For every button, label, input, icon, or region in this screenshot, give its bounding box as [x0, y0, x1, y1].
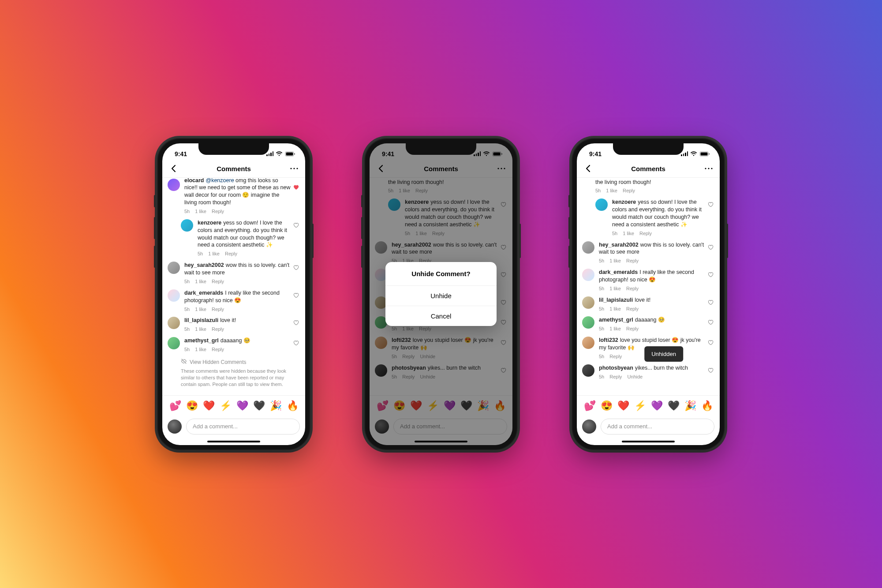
like-icon[interactable]	[293, 340, 299, 346]
avatar[interactable]	[181, 219, 193, 232]
comment-text: the living room though!	[595, 179, 651, 185]
comment-time: 5h	[184, 208, 190, 215]
reply-button[interactable]: Reply	[212, 326, 224, 333]
back-icon[interactable]	[168, 164, 178, 173]
likes-count[interactable]: 1 like	[208, 251, 220, 257]
comment-username[interactable]: hey_sarah2002	[184, 262, 224, 268]
emoji-button[interactable]: 🎉	[270, 400, 282, 412]
mention[interactable]: @kenzoere	[206, 178, 234, 184]
reply-button[interactable]: Reply	[609, 353, 622, 360]
reply-button[interactable]: Reply	[212, 208, 224, 215]
unhide-dialog: Unhide Comment? Unhide Cancel	[385, 262, 497, 326]
dialog-cancel-button[interactable]: Cancel	[385, 306, 497, 326]
comment-item: dark_emeraldsI really like the second ph…	[577, 265, 720, 293]
likes-count[interactable]: 1 like	[195, 306, 206, 313]
like-icon[interactable]	[707, 271, 714, 277]
more-icon[interactable]	[704, 164, 714, 173]
modal-overlay[interactable]: Unhide Comment? Unhide Cancel	[370, 143, 512, 445]
like-icon[interactable]	[293, 184, 299, 190]
svg-point-17	[711, 168, 712, 169]
emoji-button[interactable]: 😍	[601, 400, 613, 412]
like-icon[interactable]	[707, 299, 714, 305]
like-icon[interactable]	[293, 319, 299, 326]
unhide-button[interactable]: Unhide	[627, 374, 643, 380]
comment-username[interactable]: dark_emeralds	[184, 290, 223, 296]
like-icon[interactable]	[707, 244, 714, 250]
self-avatar[interactable]	[168, 419, 182, 434]
comment-time: 5h	[184, 306, 190, 313]
comment-item: dark_emeraldsI really like the second ph…	[162, 286, 305, 314]
home-indicator[interactable]	[207, 441, 260, 442]
comment-item: amethyst_grldaaaang 🥺 5h1 likeReply	[162, 333, 305, 354]
like-icon[interactable]	[293, 222, 299, 228]
emoji-button[interactable]: 🔥	[287, 400, 299, 412]
avatar[interactable]	[582, 364, 594, 377]
reply-button[interactable]: Reply	[212, 278, 224, 285]
comment-text: daaaang 🥺	[220, 337, 250, 344]
back-icon[interactable]	[583, 164, 593, 173]
avatar[interactable]	[595, 198, 608, 211]
comment-username[interactable]: elocard	[184, 178, 204, 184]
reply-button[interactable]: Reply	[609, 374, 622, 380]
phone-mockup-1: 9:41 Comments elocard@kenzoere omg this …	[157, 138, 311, 451]
likes-count[interactable]: 1 like	[195, 208, 206, 215]
emoji-button[interactable]: ⚡	[634, 400, 646, 412]
comment-item: lil_lapislazulilove it! 5h1 likeReply	[577, 293, 720, 313]
like-icon[interactable]	[707, 319, 714, 325]
like-icon[interactable]	[293, 264, 299, 270]
comment-item: hey_sarah2002wow this is so lovely. can'…	[162, 258, 305, 286]
page-title: Comments	[631, 165, 665, 172]
likes-count[interactable]: 1 like	[195, 326, 206, 333]
home-indicator[interactable]	[622, 441, 675, 442]
emoji-button[interactable]: 🎉	[684, 400, 696, 412]
comment-username[interactable]: kenzoere	[198, 220, 221, 226]
comment-item: hey_sarah2002wow this is so lovely. can'…	[577, 238, 720, 266]
reply-button[interactable]: Reply	[212, 306, 224, 313]
avatar[interactable]	[168, 289, 180, 302]
comment-input[interactable]: Add a comment...	[186, 419, 300, 434]
likes-count[interactable]: 1 like	[195, 278, 206, 285]
likes-count[interactable]: 1 like	[195, 346, 206, 353]
comment-time: 5h	[184, 278, 190, 285]
more-icon[interactable]	[289, 164, 299, 173]
emoji-button[interactable]: 💕	[169, 400, 181, 412]
emoji-button[interactable]: 🖤	[253, 400, 265, 412]
comment-input[interactable]: Add a comment...	[601, 419, 714, 434]
wifi-icon	[690, 151, 697, 157]
like-icon[interactable]	[293, 292, 299, 298]
like-icon[interactable]	[707, 367, 714, 373]
avatar[interactable]	[168, 317, 180, 329]
avatar[interactable]	[168, 337, 180, 349]
emoji-button[interactable]: 💜	[236, 400, 248, 412]
dialog-unhide-button[interactable]: Unhide	[385, 285, 497, 306]
avatar[interactable]	[168, 262, 180, 274]
emoji-button[interactable]: ❤️	[617, 400, 629, 412]
self-avatar[interactable]	[582, 419, 596, 434]
avatar[interactable]	[168, 179, 180, 191]
avatar[interactable]	[582, 337, 594, 349]
comments-scroll[interactable]: elocard@kenzoere omg this looks so nice!…	[162, 178, 305, 395]
emoji-button[interactable]: 💕	[584, 400, 596, 412]
comment-item: amethyst_grldaaaang 🥺 5h1 likeReply	[577, 313, 720, 333]
svg-rect-14	[709, 153, 710, 155]
avatar[interactable]	[582, 241, 594, 254]
hidden-comments-section: View Hidden Comments These comments were…	[162, 354, 305, 392]
reply-button[interactable]: Reply	[212, 346, 224, 353]
view-hidden-button[interactable]: View Hidden Comments	[181, 358, 300, 367]
emoji-button[interactable]: ⚡	[220, 400, 232, 412]
comment-username[interactable]: lil_lapislazuli	[184, 317, 218, 323]
emoji-button[interactable]: 😍	[186, 400, 198, 412]
avatar[interactable]	[582, 296, 594, 309]
avatar[interactable]	[582, 269, 594, 281]
reply-button[interactable]: Reply	[225, 251, 237, 257]
emoji-button[interactable]: 🔥	[701, 400, 713, 412]
like-icon[interactable]	[707, 201, 714, 207]
emoji-button[interactable]: ❤️	[203, 400, 215, 412]
like-icon[interactable]	[707, 339, 714, 345]
emoji-button[interactable]: 💜	[651, 400, 663, 412]
avatar[interactable]	[582, 316, 594, 329]
comments-scroll[interactable]: the living room though! 5h1 likeReply ke…	[577, 178, 720, 395]
emoji-button[interactable]: 🖤	[668, 400, 680, 412]
comment-username[interactable]: amethyst_grl	[184, 337, 219, 344]
notch	[613, 143, 684, 155]
